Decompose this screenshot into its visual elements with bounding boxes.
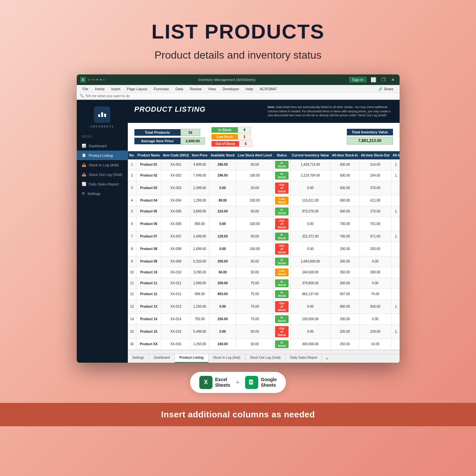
- th-stock-out: All-time Stock-Out: [359, 151, 391, 159]
- excel-icon: X: [80, 77, 86, 83]
- gear-icon: ⚙: [82, 191, 85, 196]
- cell-alert: 100.00: [236, 217, 273, 231]
- tab-acrobat[interactable]: ACROBAT: [256, 86, 280, 93]
- cell-inv-value: 0.00: [290, 324, 330, 339]
- add-sheet-button[interactable]: +: [322, 354, 331, 363]
- cell-no: 5: [128, 206, 136, 217]
- horizontal-scrollbar[interactable]: [128, 350, 400, 354]
- tab-home[interactable]: Home: [92, 86, 108, 93]
- cell-status: Out of Stock: [273, 299, 291, 314]
- cell-no: 12: [128, 289, 136, 299]
- cell-stock-in: 500.00: [330, 159, 359, 170]
- tab-dashboard[interactable]: Dashboard: [149, 354, 175, 363]
- tab-help[interactable]: Help: [242, 86, 257, 93]
- cell-stock-in: 250.00: [330, 339, 359, 350]
- cell-name: Product 09: [136, 256, 161, 267]
- cell-stock-out: 0.00: [359, 278, 391, 289]
- cell-no: 15: [128, 324, 136, 339]
- cell-stock-out: 411.00: [359, 195, 391, 206]
- tab-file[interactable]: File: [79, 86, 92, 93]
- tab-review[interactable]: Review: [186, 86, 205, 93]
- stat-avg-price: Average Item Price 2,840.00: [134, 137, 205, 145]
- th-status: Status: [273, 151, 291, 159]
- sidebar-item-stock-out[interactable]: 📤 Stock Out Log (Sold): [77, 170, 128, 179]
- th-name: Product Name: [136, 151, 161, 159]
- note-text: Data listed here are automatically linke…: [268, 105, 391, 117]
- cell-stock-out: 10.00: [359, 339, 391, 350]
- stat-group-products: Total Products 16 Average Item Price 2,8…: [134, 129, 205, 145]
- cell-no: 9: [128, 256, 136, 267]
- tab-formulas[interactable]: Formulas: [151, 86, 172, 93]
- status-badge: Out of Stock: [275, 326, 289, 337]
- cell-stock-in: 500.00: [330, 170, 359, 181]
- tab-developer[interactable]: Developer: [219, 86, 242, 93]
- excel-badge: X ExcelSheets: [199, 376, 230, 389]
- status-badge: Out of Stock: [275, 182, 289, 194]
- sidebar: ArkSheets Menu 📊 Dashboard 📋 Product Lis…: [77, 100, 128, 363]
- th-no: No.: [128, 151, 136, 159]
- cell-stock-in: 500.00: [330, 195, 359, 206]
- tab-settings[interactable]: Settings: [128, 354, 149, 363]
- close-icon[interactable]: ✕: [390, 77, 396, 82]
- cell-sku: XX-012: [161, 289, 190, 299]
- tab-data[interactable]: Data: [172, 86, 186, 93]
- cell-stock: 200.00: [209, 278, 237, 289]
- cell-allti: [391, 242, 399, 256]
- cell-inv-value: 300,000.00: [290, 339, 330, 350]
- cell-status: Out of Stock: [273, 181, 291, 195]
- tab-pagelayout[interactable]: Page Layout: [124, 86, 151, 93]
- cell-alert: 100.00: [236, 242, 273, 256]
- cell-alert: 100.00: [236, 170, 273, 181]
- cell-name: Product 01: [136, 159, 161, 170]
- cell-price: 3,290.00: [190, 267, 209, 278]
- cell-stock: 240.00: [209, 339, 237, 350]
- cell-alert: 50.00: [236, 267, 273, 278]
- cell-stock-in: 350.00: [330, 267, 359, 278]
- cell-no: 14: [128, 314, 136, 324]
- status-badge: In Stock: [275, 279, 289, 287]
- cell-stock: 89.00: [209, 195, 237, 206]
- cell-allti: [391, 195, 399, 206]
- sidebar-label-daily-sales: Daily Sales Report: [89, 182, 119, 186]
- maximize-icon[interactable]: ❐: [380, 77, 387, 82]
- signin-button[interactable]: Sign in: [349, 77, 367, 83]
- cell-price: 1,699.00: [190, 242, 209, 256]
- cell-status: In Stock: [273, 231, 291, 242]
- table-row: 13 Product 13 XX-013 1,250.00 0.00 75.00…: [128, 299, 400, 314]
- cell-no: 10: [128, 267, 136, 278]
- cell-inv-value: 150,000.00: [290, 314, 330, 324]
- cell-stock-in: 800.00: [330, 299, 359, 314]
- tab-product-listing[interactable]: Product Listing: [175, 354, 209, 363]
- sidebar-item-daily-sales[interactable]: 📈 Daily Sales Report: [77, 179, 128, 189]
- cell-inv-value: 0.00: [290, 217, 330, 231]
- sidebar-item-settings[interactable]: ⚙ Settings: [77, 189, 128, 198]
- logo-bar-2: [101, 112, 103, 117]
- page-subtitle: Product details and inventory status: [154, 49, 322, 61]
- cell-inv-value: 115,611.00: [290, 195, 330, 206]
- list-icon: 📋: [82, 153, 86, 157]
- sidebar-item-stock-in[interactable]: 📥 Stock In Log (Add): [77, 160, 128, 170]
- cell-no: 3: [128, 181, 136, 195]
- tab-stock-out[interactable]: Stock Out Log (Sold): [245, 354, 286, 363]
- tab-daily-sales[interactable]: Daily Sales Report: [286, 354, 322, 363]
- table-head: No. Product Name Item Code (SKU) Item Pr…: [128, 151, 400, 159]
- cell-stock-in: 200.00: [330, 242, 359, 256]
- excel-window: X ↩ ↪ ✏ ▾ = Inventory Management (ArkShe…: [77, 74, 400, 363]
- minimize-icon[interactable]: ⬜: [369, 77, 378, 82]
- cell-sku: XX-016: [161, 339, 190, 350]
- cell-alert: 100.00: [236, 195, 273, 206]
- table-row: 6 Product 06 XX-006 890.00 0.00 100.00 O…: [128, 217, 400, 231]
- sidebar-brand: ArkSheets: [90, 125, 114, 128]
- tab-view[interactable]: View: [205, 86, 219, 93]
- cell-allti: 1,: [391, 324, 399, 339]
- cell-sku: XX-011: [161, 278, 190, 289]
- sidebar-item-dashboard[interactable]: 📊 Dashboard: [77, 141, 128, 151]
- tab-insert[interactable]: Insert: [108, 86, 124, 93]
- tab-stock-in[interactable]: Stock In Log (Add): [209, 354, 245, 363]
- share-button[interactable]: 🔗 Share: [375, 86, 397, 93]
- cell-price: 1,250.00: [190, 339, 209, 350]
- cell-inv-value: 0.00: [290, 299, 330, 314]
- logo-bar-1: [98, 114, 100, 117]
- sidebar-item-product-listing[interactable]: 📋 Product Listing: [77, 151, 128, 160]
- cell-sku: XX-008: [161, 242, 190, 256]
